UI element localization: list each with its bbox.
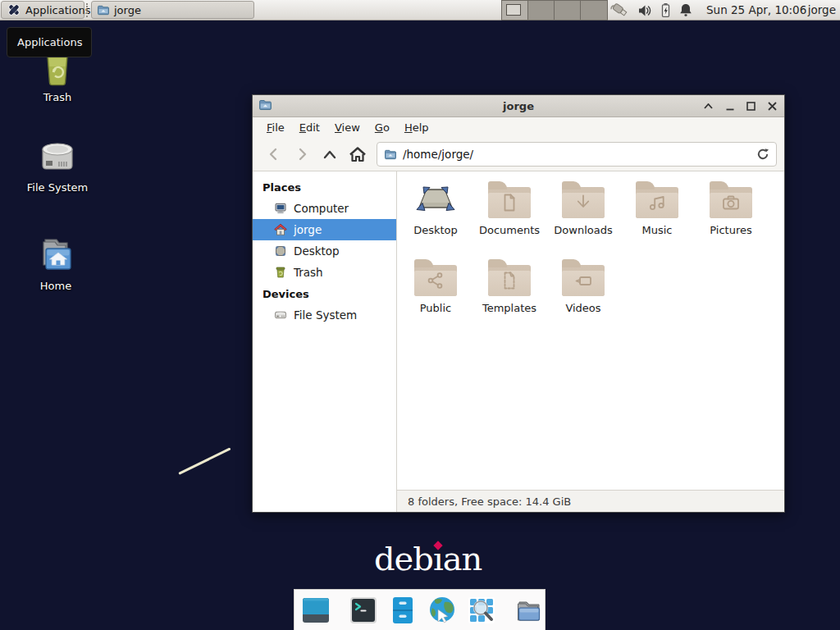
debian-wallpaper-logo: debıan	[374, 540, 482, 578]
folder-public-icon	[414, 265, 457, 296]
file-downloads[interactable]: Downloads	[546, 180, 620, 247]
applications-menu-button[interactable]: Applications	[1, 1, 84, 19]
sidebar-item-label: File System	[294, 308, 357, 322]
window-titlebar[interactable]: jorge	[253, 95, 784, 117]
desktop-icon-label: Home	[15, 280, 97, 292]
file-desktop[interactable]: Desktop	[399, 180, 472, 247]
file-pictures[interactable]: Pictures	[694, 180, 768, 247]
menu-view[interactable]: View	[327, 119, 368, 136]
menu-help[interactable]: Help	[397, 119, 436, 136]
file-cabinet-icon[interactable]	[387, 595, 418, 626]
file-public[interactable]: Public	[399, 258, 472, 325]
desktop-icon-label: File System	[16, 181, 98, 194]
home-button[interactable]	[344, 142, 372, 167]
reload-button[interactable]	[756, 148, 769, 161]
file-label: Desktop	[413, 224, 458, 236]
removable-media-icon[interactable]	[610, 2, 632, 20]
desktop-icon-home[interactable]: Home	[15, 235, 97, 292]
file-label: Pictures	[710, 224, 751, 236]
workspace-2[interactable]	[528, 1, 555, 20]
workspace-window-preview	[506, 4, 521, 16]
sidebar: Places Computer	[253, 171, 397, 512]
desktop: Applications jorge	[0, 0, 840, 630]
sidebar-item-label: Computer	[294, 202, 349, 215]
taskbar-window-label: jorge	[114, 4, 141, 16]
sidebar-item-desktop[interactable]: Desktop	[253, 240, 396, 262]
logo-text: deb	[374, 540, 433, 578]
file-label: Public	[420, 302, 451, 314]
minimize-button[interactable]	[724, 101, 735, 112]
statusbar: 8 folders, Free space: 14.4 GiB	[397, 490, 784, 512]
desktop-icon	[274, 244, 287, 258]
workspace-1[interactable]	[502, 1, 528, 20]
trash-icon	[274, 266, 287, 279]
dock	[294, 589, 546, 630]
applications-menu-label: Applications	[25, 4, 90, 16]
file-label: Music	[642, 224, 673, 236]
address-path[interactable]: /home/jorge/	[403, 148, 473, 161]
file-templates[interactable]: Templates	[472, 258, 546, 325]
file-manager-window: jorge File Edit View Go Help	[252, 94, 785, 513]
application-finder-icon[interactable]	[466, 595, 497, 626]
menu-file[interactable]: File	[259, 119, 292, 136]
toolbar: /home/jorge/	[253, 138, 784, 171]
file-label: Videos	[565, 302, 600, 314]
folder-templates-icon	[488, 265, 531, 296]
desktop-icon-filesystem[interactable]: File System	[16, 136, 98, 194]
sidebar-item-computer[interactable]: Computer	[253, 198, 396, 219]
folder-pictures-icon	[710, 187, 752, 218]
battery-icon[interactable]	[659, 2, 673, 18]
panel-clock[interactable]: Sun 25 Apr, 10:06	[706, 0, 806, 21]
forward-button[interactable]	[288, 142, 316, 167]
panel-separator-handle	[86, 3, 89, 17]
sidebar-item-trash[interactable]: Trash	[253, 262, 396, 283]
computer-icon	[274, 202, 287, 215]
folder-dock-icon[interactable]	[514, 595, 545, 626]
folder-downloads-icon	[562, 187, 605, 218]
address-bar[interactable]: /home/jorge/	[377, 142, 777, 167]
top-panel: Applications jorge	[0, 0, 840, 21]
file-icon-view[interactable]: Desktop Documents	[397, 171, 784, 490]
folder-videos-icon	[562, 265, 605, 296]
show-desktop-icon[interactable]	[300, 595, 331, 626]
close-button[interactable]	[767, 101, 778, 112]
sidebar-header-places: Places	[253, 176, 396, 198]
volume-icon[interactable]	[637, 3, 653, 18]
menubar: File Edit View Go Help	[253, 117, 784, 138]
back-button[interactable]	[260, 142, 288, 167]
file-music[interactable]: Music	[620, 180, 694, 247]
status-text: 8 folders, Free space: 14.4 GiB	[408, 495, 571, 508]
web-browser-globe-icon[interactable]	[427, 595, 458, 626]
taskbar-window-button[interactable]: jorge	[91, 1, 254, 19]
logo-text: an	[443, 540, 482, 578]
desktop-icon-label: Trash	[16, 91, 98, 103]
folder-documents-icon	[488, 187, 531, 218]
harddrive-icon	[16, 136, 98, 177]
panel-username[interactable]: jorge	[808, 0, 836, 21]
home-folder-icon	[15, 235, 97, 276]
terminal-icon[interactable]	[348, 595, 379, 626]
window-body: Places Computer	[253, 171, 784, 512]
notification-bell-icon[interactable]	[678, 2, 693, 18]
sidebar-item-jorge[interactable]: jorge	[253, 219, 396, 240]
sidebar-item-filesystem[interactable]: File System	[253, 304, 396, 326]
workspace-switcher[interactable]	[501, 0, 608, 21]
menu-edit[interactable]: Edit	[292, 119, 327, 136]
workspace-3[interactable]	[555, 1, 581, 20]
maximize-button[interactable]	[746, 101, 756, 112]
sidebar-header-devices: Devices	[253, 283, 396, 304]
harddrive-icon	[274, 308, 287, 322]
workspace-4[interactable]	[581, 1, 607, 20]
folder-icon	[97, 3, 110, 16]
file-documents[interactable]: Documents	[472, 180, 546, 247]
applications-tooltip: Applications	[7, 27, 92, 57]
window-controls	[703, 95, 778, 117]
file-videos[interactable]: Videos	[546, 258, 620, 325]
up-button[interactable]	[316, 142, 344, 167]
main-pane: Desktop Documents	[397, 171, 784, 512]
file-label: Templates	[482, 302, 536, 314]
menu-go[interactable]: Go	[368, 119, 397, 136]
sidebar-item-label: Trash	[294, 266, 323, 279]
sidebar-item-label: Desktop	[294, 244, 340, 258]
shade-button[interactable]	[703, 101, 714, 112]
